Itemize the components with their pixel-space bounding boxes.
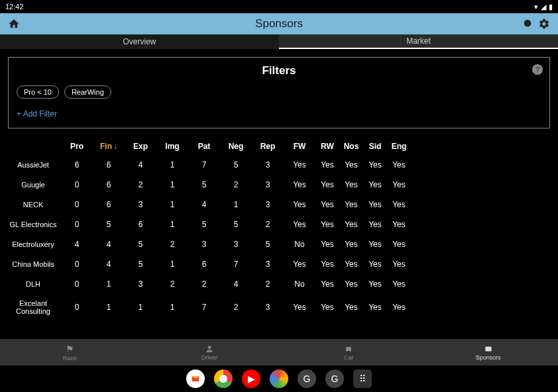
- table-row[interactable]: Electroluxery4452335NoYesYesYesYes: [8, 234, 550, 254]
- col-rep[interactable]: Rep: [252, 142, 284, 151]
- filter-chip-rearwing[interactable]: RearWing: [64, 85, 111, 99]
- table-row[interactable]: DLH0132242NoYesYesYesYes: [8, 274, 550, 294]
- wifi-icon: ▾: [534, 3, 538, 11]
- col-eng[interactable]: Eng: [387, 142, 411, 151]
- status-icons: ▾ ◢ ▮: [534, 3, 553, 11]
- sponsor-name: AussieJet: [8, 161, 61, 169]
- svg-point-0: [524, 20, 531, 27]
- nav-sponsors[interactable]: Sponsors: [419, 339, 559, 366]
- chrome-icon[interactable]: [214, 369, 233, 388]
- bug-icon[interactable]: [522, 18, 533, 30]
- col-pro[interactable]: Pro: [61, 142, 93, 151]
- col-neg[interactable]: Neg: [220, 142, 252, 151]
- table-row[interactable]: NECK0631413YesYesYesYesYes: [8, 195, 550, 215]
- car-icon: [344, 344, 353, 354]
- bottom-nav: ⚑ Race Driver Car Sponsors: [0, 339, 558, 366]
- sponsors-icon: [484, 344, 493, 354]
- battery-icon: ▮: [549, 3, 553, 11]
- filter-chip-pro[interactable]: Pro < 10: [17, 85, 59, 99]
- settings-icon[interactable]: [538, 18, 550, 30]
- col-pat[interactable]: Pat: [188, 142, 220, 151]
- app-icon-1[interactable]: G: [298, 369, 316, 388]
- system-nav: ▶ G G ⠿: [0, 366, 558, 392]
- sponsor-name: NECK: [8, 201, 61, 209]
- table-row[interactable]: AussieJet6641753YesYesYesYesYes: [8, 155, 550, 175]
- col-rw[interactable]: RW: [315, 142, 339, 151]
- table-header: Pro Fin↓ Exp Img Pat Neg Rep FW RW Nos S…: [8, 138, 550, 155]
- filters-title: Filters: [17, 64, 541, 77]
- col-fw[interactable]: FW: [284, 142, 315, 151]
- sponsors-table: Pro Fin↓ Exp Img Pat Neg Rep FW RW Nos S…: [8, 138, 550, 320]
- sponsor-name: DLH: [8, 280, 61, 288]
- app-icon-2[interactable]: G: [325, 369, 344, 388]
- sponsor-name: Excelant Consulting: [8, 299, 61, 315]
- sort-down-icon: ↓: [113, 142, 117, 151]
- status-time: 12:42: [5, 3, 24, 11]
- flag-icon: ⚑: [66, 344, 74, 354]
- photos-icon[interactable]: [270, 369, 288, 388]
- table-row[interactable]: Excelant Consulting0111723YesYesYesYesYe…: [8, 294, 550, 320]
- col-img[interactable]: Img: [156, 142, 188, 151]
- col-fin-sorted[interactable]: Fin↓: [93, 142, 125, 151]
- col-sid[interactable]: Sid: [363, 142, 387, 151]
- sponsor-name: GL Electronics: [8, 220, 61, 228]
- table-row[interactable]: Guugle0621523YesYesYesYesYes: [8, 175, 550, 195]
- app-drawer-icon[interactable]: ⠿: [353, 369, 372, 388]
- page-title: Sponsors: [255, 17, 303, 30]
- sponsor-name: Guugle: [8, 181, 61, 189]
- table-row[interactable]: GL Electronics0561552YesYesYesYesYes: [8, 215, 550, 234]
- youtube-icon[interactable]: ▶: [242, 369, 260, 388]
- tab-market[interactable]: Market: [279, 34, 558, 49]
- gmail-icon[interactable]: [186, 369, 205, 388]
- app-bar: Sponsors: [0, 13, 558, 34]
- table-row[interactable]: China Mobils0451673YesYesYesYesYes: [8, 254, 550, 274]
- add-filter-button[interactable]: + Add Filter: [17, 109, 541, 119]
- svg-rect-2: [485, 346, 491, 351]
- tabs: Overview Market: [0, 34, 558, 49]
- home-icon[interactable]: [8, 18, 20, 30]
- svg-point-1: [207, 346, 211, 349]
- sponsor-name: Electroluxery: [8, 240, 61, 248]
- col-exp[interactable]: Exp: [125, 142, 156, 151]
- status-bar: 12:42 ▾ ◢ ▮: [0, 0, 558, 13]
- nav-race[interactable]: ⚑ Race: [0, 339, 140, 366]
- filters-panel: Filters ? Pro < 10 RearWing + Add Filter: [8, 57, 550, 128]
- col-nos[interactable]: Nos: [339, 142, 363, 151]
- sponsor-name: China Mobils: [8, 260, 61, 268]
- person-icon: [205, 344, 214, 354]
- nav-car[interactable]: Car: [279, 339, 419, 366]
- tab-overview[interactable]: Overview: [0, 34, 279, 49]
- signal-icon: ◢: [541, 3, 546, 11]
- nav-driver[interactable]: Driver: [140, 339, 280, 366]
- help-icon[interactable]: ?: [532, 64, 543, 75]
